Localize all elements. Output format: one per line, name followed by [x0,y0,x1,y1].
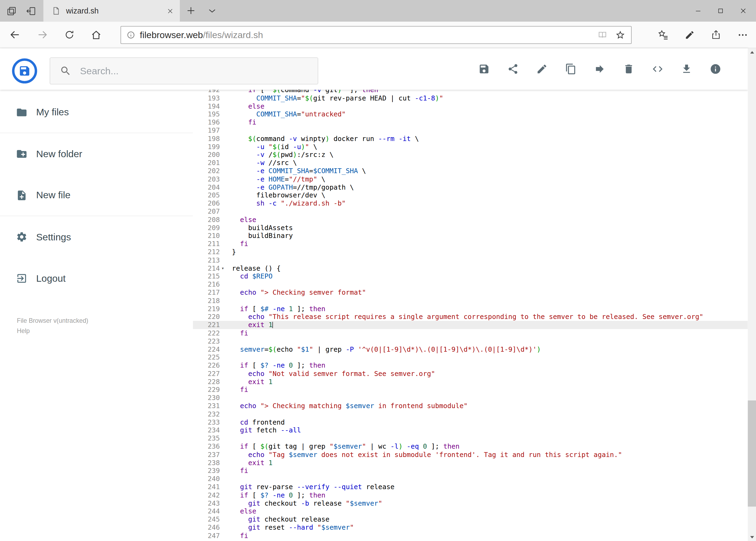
code-line[interactable]: 210 buildBinary [193,232,748,240]
code-line[interactable]: 219 if [ $# -ne 1 ]; then [193,305,748,313]
code-line[interactable]: 205 filebrowser/dev \ [193,191,748,199]
code-line[interactable]: 215 cd $REPO [193,272,748,280]
scroll-up-button[interactable] [748,48,756,56]
download-button[interactable] [681,63,692,75]
code-line[interactable]: 207 [193,208,748,216]
scrollbar[interactable] [748,48,756,541]
code-line[interactable]: 202 -e COMMIT_SHA=$COMMIT_SHA \ [193,167,748,175]
scroll-thumb[interactable] [748,400,756,507]
browser-tab[interactable]: wizard.sh [44,0,180,22]
code-line[interactable]: 201 -w //src \ [193,159,748,167]
code-line[interactable]: 196 fi [193,118,748,126]
code-line[interactable]: 246 git reset --hard "$semver" [193,523,748,532]
code-line[interactable]: 243 git checkout -b release "$semver" [193,499,748,507]
code-line[interactable]: 228 exit 1 [193,377,748,386]
code-line[interactable]: 216 [193,280,748,288]
code-line[interactable]: 245 git checkout release [193,515,748,523]
code-line[interactable]: 199 -u "$(id -u)" \ [193,143,748,151]
scroll-down-button[interactable] [748,533,756,541]
code-line[interactable]: 217 echo "> Checking semver format" [193,288,748,296]
code-line[interactable]: 239 fi [193,467,748,475]
add-favorite-button[interactable] [615,30,626,40]
code-line[interactable]: 234 git fetch --all [193,426,748,434]
code-button[interactable] [652,63,663,75]
code-line[interactable]: 237 echo "Tag $semver does not exist in … [193,450,748,459]
sidebar-item-settings[interactable]: Settings [0,216,193,258]
sidebar-item-logout[interactable]: Logout [0,258,193,299]
code-line[interactable]: 230 [193,394,748,402]
code-line[interactable]: 218 [193,296,748,305]
site-info-icon[interactable] [126,31,135,40]
code-line[interactable]: 224 semver=$(echo "$1" | grep -P '^v(0|[… [193,345,748,353]
code-line[interactable]: 221 exit 1 [193,321,748,329]
code-line[interactable]: 195 COMMIT_SHA="untracked" [193,110,748,118]
code-line[interactable]: 226 if [ $? -ne 0 ]; then [193,361,748,369]
hub-button[interactable] [658,29,669,40]
save-button[interactable] [478,63,490,75]
back-button[interactable] [9,29,21,41]
code-line[interactable]: 213 [193,256,748,264]
url-bar[interactable]: filebrowser.web/files/wizard.sh [121,26,632,44]
code-line[interactable]: 193 COMMIT_SHA="$(git rev-parse HEAD | c… [193,94,748,102]
share-button[interactable] [507,63,519,75]
code-line[interactable]: 203 -e HOME="//tmp" \ [193,175,748,183]
code-line[interactable]: 206 sh -c "./wizard.sh -b" [193,199,748,208]
tabs-set-aside-panel-button[interactable] [6,5,17,17]
info-button[interactable] [710,63,721,75]
code-line[interactable]: 194 else [193,102,748,110]
tab-close-button[interactable] [165,6,175,16]
more-options-button[interactable] [737,29,748,40]
code-line[interactable]: 209 buildAssets [193,224,748,232]
code-line[interactable]: 241 git rev-parse --verify --quiet relea… [193,483,748,491]
code-line[interactable]: 197 [193,126,748,135]
reading-view-button[interactable] [597,30,608,40]
help-link[interactable]: Help [17,326,89,336]
code-line[interactable]: 240 [193,475,748,483]
code-line[interactable]: 232 [193,410,748,418]
code-line[interactable]: 233 cd frontend [193,418,748,426]
fold-arrow-icon[interactable]: ▾ [221,264,224,272]
delete-button[interactable] [623,63,634,75]
sidebar-item-new-file[interactable]: New file [0,175,193,216]
home-button[interactable] [91,29,102,40]
set-tabs-aside-button[interactable] [25,5,37,17]
code-line[interactable]: 242 if [ $? -ne 0 ]; then [193,491,748,499]
code-line[interactable]: 247 fi [193,532,748,540]
sidebar-item-new-folder[interactable]: New folder [0,133,193,175]
app-logo[interactable] [12,58,37,84]
sidebar-item-my-files[interactable]: My files [0,92,193,133]
code-line[interactable]: 238 exit 1 [193,459,748,467]
move-button[interactable] [594,63,606,75]
new-tab-button[interactable] [185,5,197,16]
code-line[interactable]: 231 echo "> Checking matching $semver in… [193,402,748,410]
code-line[interactable]: 192 if [ "$(command -v git)" ]; then [193,90,748,94]
window-close-button[interactable] [732,0,755,22]
window-maximize-button[interactable] [709,0,732,22]
annotate-button[interactable] [685,30,695,40]
code-line[interactable]: 208 else [193,216,748,224]
code-line[interactable]: 244 else [193,507,748,515]
refresh-button[interactable] [64,29,75,40]
code-line[interactable]: 223 [193,337,748,345]
forward-button[interactable] [37,29,48,41]
code-line[interactable]: 236 if [ $(git tag | grep "$semver" | wc… [193,442,748,450]
search-box[interactable]: Search... [50,58,318,85]
tab-preview-toggle[interactable] [206,5,218,16]
code-line[interactable]: 214▾release () { [193,264,748,272]
code-editor[interactable]: 192 if [ "$(command -v git)" ]; then193 … [193,90,748,541]
code-line[interactable]: 222 fi [193,329,748,337]
code-line[interactable]: 227 echo "Not valid semver format. See s… [193,369,748,377]
code-line[interactable]: 212} [193,248,748,256]
code-line[interactable]: 198 $(command -v winpty) docker run --rm… [193,135,748,143]
code-line[interactable]: 235 [193,434,748,442]
window-minimize-button[interactable] [687,0,709,22]
share-page-button[interactable] [711,29,721,40]
code-line[interactable]: 220 echo "This release script requires a… [193,313,748,321]
code-line[interactable]: 229 fi [193,386,748,394]
code-line[interactable]: 225 [193,353,748,361]
code-line[interactable]: 204 -e GOPATH=//tmp/gopath \ [193,183,748,191]
rename-button[interactable] [536,63,548,75]
code-line[interactable]: 200 -v /$(pwd):/src:z \ [193,151,748,159]
copy-button[interactable] [565,63,577,75]
code-line[interactable]: 211 fi [193,240,748,248]
